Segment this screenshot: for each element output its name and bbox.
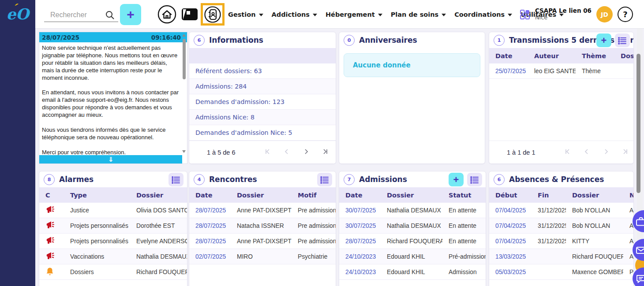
widget-alarmes: 8 Alarmes CTypeDossier JusticeOlivia DOS… <box>39 171 187 286</box>
home-icon[interactable] <box>157 5 176 24</box>
date-link[interactable]: 30/07/2025 <box>339 207 381 214</box>
date-link[interactable]: 07/04/2025 <box>489 223 532 229</box>
announcement-scrollbar[interactable] <box>182 32 187 163</box>
table-row[interactable]: 07/04/202531/12/2025Bob N'OLLANA <box>489 203 633 218</box>
list-item[interactable]: Admissions: 284 <box>189 79 336 94</box>
list-item[interactable]: Demandes d'admission: 123 <box>189 94 336 110</box>
table-row[interactable]: JusticeOlivia DOS SANTOS <box>39 203 187 218</box>
table-row[interactable]: 05/03/2025Maxence GOMBERTP <box>489 264 633 280</box>
table-row[interactable]: 07/04/202531/12/2025Bob N'OLLANA <box>489 218 633 234</box>
table-row[interactable]: 02/07/2025MIROPsychiatrie <box>189 249 336 264</box>
agenda-fab-button[interactable] <box>633 210 644 232</box>
mail-fab-button[interactable] <box>633 239 644 261</box>
table-row[interactable]: Projets personnalisésEvelyne ANDERSON <box>39 234 187 249</box>
table-row[interactable]: VaccinationsNathalia DESMAUX <box>39 249 187 264</box>
table-row[interactable]: 07/04/202531/12/2025KITTYA <box>489 234 633 249</box>
table-row[interactable]: 30/07/2025Nathalia DESMAUXEn attente <box>339 218 486 234</box>
table-row[interactable]: 30/07/2025Nathalia DESMAUXEn attente <box>339 203 486 218</box>
prev-page-icon[interactable] <box>284 148 290 156</box>
date-link[interactable]: 28/07/2025 <box>339 238 381 245</box>
org-switcher-icon[interactable] <box>520 9 530 20</box>
table-row[interactable]: 28/07/2025Richard FOUQUERAYEn attente <box>339 234 486 249</box>
help-button[interactable]: ? <box>618 7 633 22</box>
page-scroll-thumb[interactable] <box>637 54 640 193</box>
table-row[interactable]: 28/07/2025Anne PAT-DIXSEPTPre admission <box>189 203 336 218</box>
chevron-down-icon <box>508 14 512 16</box>
next-page-icon[interactable] <box>603 148 609 156</box>
card-view-icon[interactable] <box>181 8 198 21</box>
widget-count-badge: 8 <box>44 174 55 185</box>
widget-absences: 6 Absences & Présences DébutFinDossierN … <box>489 171 634 286</box>
date-link[interactable]: 25/07/2025 <box>489 68 528 74</box>
envelope-icon <box>635 245 644 256</box>
table-row[interactable]: DossiersRichard FOUQUERAY <box>39 264 187 280</box>
table-row[interactable]: 24/10/2023Edouard KHILPré-admission <box>339 249 486 264</box>
date-link[interactable]: 30/07/2025 <box>339 223 381 229</box>
menu-item-addictions[interactable]: Addictions <box>272 11 317 18</box>
global-add-button[interactable]: + <box>120 4 141 25</box>
announcement-header: 28/07/2025 09:16:40 <box>39 32 187 42</box>
next-page-icon[interactable] <box>303 148 309 156</box>
last-page-icon[interactable] <box>622 148 629 156</box>
list-item[interactable]: Admissions Nice: 8 <box>189 110 336 125</box>
first-page-icon[interactable] <box>564 148 570 156</box>
announcement-scroll-down-bar[interactable]: ⇓ <box>39 155 182 163</box>
table-row[interactable]: Projets personnalisésDorothée EST <box>39 218 187 234</box>
add-transmission-button[interactable]: + <box>596 33 611 47</box>
menu-item-hébergement[interactable]: Hébergement <box>326 11 382 18</box>
cell: Pré-admission <box>442 253 486 260</box>
list-view-button[interactable] <box>467 173 482 186</box>
date-link[interactable]: 28/07/2025 <box>189 223 231 229</box>
date-link[interactable]: 13/03/2025 <box>489 253 532 260</box>
scroll-down-icon[interactable] <box>182 150 186 153</box>
table-row[interactable]: 28/07/2025Natacha ISSNERPre admission <box>189 218 336 234</box>
date-link[interactable]: 28/07/2025 <box>189 238 231 245</box>
cell: 31/12/2025 <box>532 223 566 229</box>
table-row[interactable]: 24/10/2023Edouard KHILAdmission <box>339 264 486 280</box>
column-header: N <box>623 192 633 199</box>
list-item[interactable]: Demandes d'admission Nice: 5 <box>189 125 336 141</box>
search-input[interactable] <box>44 11 105 19</box>
widget-title: Absences & Présences <box>509 175 604 184</box>
date-link[interactable]: 28/07/2025 <box>189 207 231 214</box>
announcement-panel: 28/07/2025 09:16:40 Notre service techni… <box>39 32 187 164</box>
prev-page-icon[interactable] <box>584 148 590 156</box>
date-link[interactable]: 24/10/2023 <box>339 269 381 275</box>
last-page-icon[interactable] <box>322 148 329 156</box>
user-avatar[interactable]: JD <box>596 6 613 22</box>
first-page-icon[interactable] <box>264 148 270 156</box>
cell: Natacha ISSNER <box>231 223 292 229</box>
list-icon <box>618 37 627 45</box>
list-item[interactable]: Référent dossiers: 63 <box>189 63 336 79</box>
column-header: Dossier <box>614 52 633 59</box>
list-view-button[interactable] <box>615 33 630 47</box>
cell: En attente <box>442 238 486 245</box>
date-link[interactable]: 05/03/2025 <box>489 269 532 275</box>
menu-item-coordinations[interactable]: Coordinations <box>454 11 512 18</box>
table-row[interactable]: 28/07/2025Anne PAT-DIXSEPTPre admission <box>189 234 336 249</box>
date-link[interactable]: 07/04/2025 <box>489 238 532 245</box>
widget-count-badge: 6 <box>194 35 205 46</box>
date-link[interactable]: 07/04/2025 <box>489 207 532 214</box>
announcement-scroll-thumb[interactable] <box>183 39 186 79</box>
scroll-up-icon[interactable] <box>182 34 186 37</box>
message-paragraph: Notre service technique n'est actuelleme… <box>42 45 180 82</box>
directory-highlight-box[interactable] <box>201 3 225 26</box>
menu-item-gestion[interactable]: Gestion <box>228 11 263 18</box>
topbar-right-group: CSAPA Le lien 06 Nice JD ? <box>520 0 633 29</box>
list-view-button[interactable] <box>168 173 183 186</box>
table-row[interactable]: 25/07/2025leo EIG SANTEThème <box>489 63 633 79</box>
date-link[interactable]: 02/07/2025 <box>189 253 231 260</box>
list-view-button[interactable] <box>317 173 332 186</box>
megaphone-icon <box>39 205 64 215</box>
chat-fab-button[interactable] <box>633 267 644 286</box>
table-row[interactable]: 13/03/2025Richard FOUQUERAYA <box>489 249 633 264</box>
menu-item-plan-de-soins[interactable]: Plan de soins <box>391 11 446 18</box>
current-org[interactable]: CSAPA Le lien 06 Nice <box>535 7 592 21</box>
search-icon[interactable] <box>105 10 115 20</box>
date-link[interactable]: 24/10/2023 <box>339 253 381 260</box>
cell: Pre admission <box>292 207 336 214</box>
eo-logo[interactable]: ´eO <box>0 0 35 28</box>
widget-count-badge: 1 <box>494 35 505 46</box>
add-admission-button[interactable]: + <box>449 173 464 186</box>
